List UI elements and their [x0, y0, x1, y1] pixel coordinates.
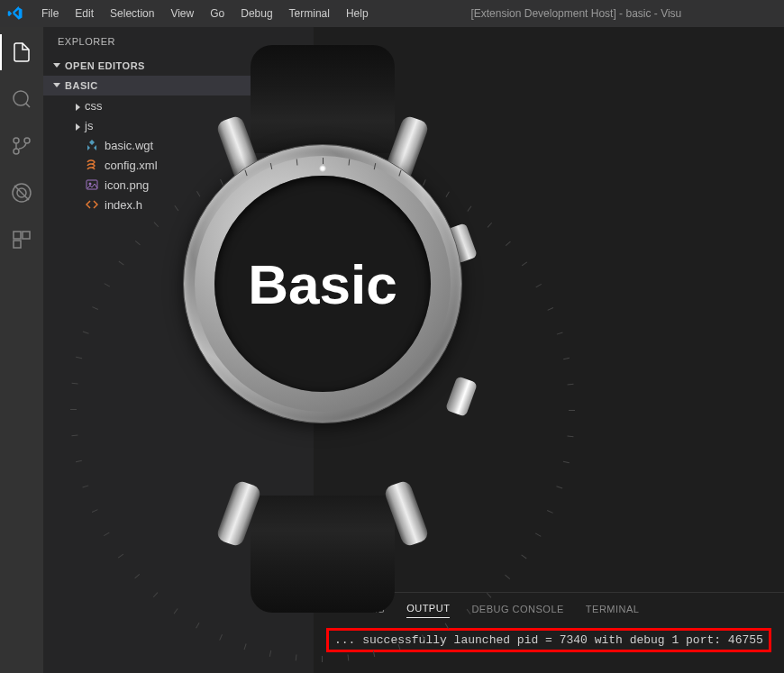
watch-emulator: Basic: [160, 72, 485, 613]
watch-face[interactable]: Basic: [214, 176, 431, 392]
watch-app-label: Basic: [248, 252, 397, 316]
bezel-tick: [70, 409, 77, 410]
menu-help[interactable]: Help: [339, 4, 376, 23]
bezel-tick: [174, 205, 178, 211]
bezel-tick: [374, 163, 376, 169]
menu-terminal[interactable]: Terminal: [282, 4, 337, 23]
bezel-tick: [322, 656, 323, 662]
activity-debug[interactable]: [0, 175, 43, 211]
bezel-tick: [398, 170, 401, 177]
main-layout: EXPLORER OPEN EDITORS BASIC css js basic…: [0, 27, 784, 673]
editor-area: Basic PROBLEMS OUTPUT DEBUG CONSOLE TERM…: [314, 27, 784, 673]
file-label: icon.png: [105, 178, 149, 192]
bezel-tick: [423, 179, 426, 186]
titlebar: File Edit Selection View Go Debug Termin…: [0, 0, 784, 27]
window-title: [Extension Development Host] - basic - V…: [376, 7, 777, 20]
bezel-tick: [196, 191, 200, 197]
bezel-tick: [244, 169, 247, 176]
svg-point-0: [14, 91, 28, 105]
bezel-tick: [563, 358, 570, 359]
svg-point-2: [24, 138, 30, 143]
menu-go[interactable]: Go: [203, 4, 232, 23]
tab-terminal[interactable]: TERMINAL: [586, 600, 640, 618]
bezel-tick: [556, 486, 562, 488]
output-content[interactable]: ... successfully launched pid = 7340 wit…: [314, 624, 784, 673]
svg-rect-9: [23, 232, 30, 239]
menu-file[interactable]: File: [34, 4, 66, 23]
bezel-tick: [535, 533, 542, 537]
wgt-file-icon: [85, 138, 99, 152]
bezel-tick: [467, 205, 471, 211]
bezel-tick: [557, 332, 563, 334]
menu-selection[interactable]: Selection: [103, 4, 161, 23]
code-file-icon: [85, 197, 99, 212]
vscode-logo-icon: [7, 5, 23, 22]
bezel-tick: [506, 241, 511, 246]
menu-view[interactable]: View: [163, 4, 201, 23]
output-highlighted-line: ... successfully launched pid = 7340 wit…: [326, 628, 771, 652]
watch-bezel[interactable]: Basic: [183, 144, 462, 423]
bezel-tick: [521, 554, 526, 559]
activity-explorer[interactable]: [0, 34, 43, 70]
watch-band-bottom: [251, 496, 395, 613]
chevron-down-icon: [52, 61, 61, 70]
bezel-tick: [567, 436, 573, 438]
bezel-tick: [563, 461, 570, 463]
watch-bezel-inner: Basic: [195, 156, 451, 412]
bezel-tick: [349, 159, 351, 166]
bezel-tick: [547, 510, 553, 514]
bezel-tick: [296, 159, 298, 165]
file-label: basic.wgt: [105, 139, 153, 152]
watch-side-button-bottom[interactable]: [445, 376, 478, 417]
file-label: config.xml: [105, 159, 158, 172]
activity-source-control[interactable]: [0, 128, 43, 164]
chevron-right-icon: [74, 101, 83, 110]
bezel-tick: [569, 410, 575, 411]
bezel-tick: [522, 261, 527, 266]
svg-rect-10: [14, 241, 21, 248]
section-label: BASIC: [65, 80, 98, 91]
menu-debug[interactable]: Debug: [233, 4, 279, 23]
svg-line-1: [26, 104, 30, 107]
activitybar: [0, 27, 43, 673]
chevron-down-icon: [52, 81, 61, 90]
section-label: OPEN EDITORS: [65, 60, 145, 71]
editor-content: Basic: [314, 27, 784, 592]
bezel-tick: [446, 192, 450, 198]
activity-search[interactable]: [0, 81, 43, 117]
chevron-right-icon: [74, 121, 83, 130]
bezel-tick: [535, 284, 542, 287]
image-file-icon: [85, 177, 99, 192]
folder-label: js: [85, 119, 93, 132]
watch-band-top: [251, 45, 395, 153]
svg-rect-8: [14, 232, 21, 239]
folder-label: css: [85, 99, 103, 113]
svg-point-4: [14, 138, 19, 143]
tab-debug-console[interactable]: DEBUG CONSOLE: [471, 600, 563, 618]
bezel-tick: [270, 163, 272, 169]
bezel-tick: [547, 307, 553, 311]
activity-extensions[interactable]: [0, 222, 43, 258]
menu-edit[interactable]: Edit: [68, 4, 101, 23]
svg-point-3: [14, 149, 19, 154]
bezel-tick: [568, 384, 574, 386]
svg-point-12: [89, 183, 92, 186]
bezel-tick: [323, 158, 324, 164]
file-label: index.h: [105, 198, 142, 212]
bezel-tick: [220, 179, 223, 186]
xml-file-icon: [85, 158, 99, 172]
watch-dial-dot: [319, 165, 326, 172]
bezel-tick: [505, 575, 510, 579]
menubar: File Edit Selection View Go Debug Termin…: [34, 4, 376, 23]
bezel-tick: [488, 223, 492, 228]
